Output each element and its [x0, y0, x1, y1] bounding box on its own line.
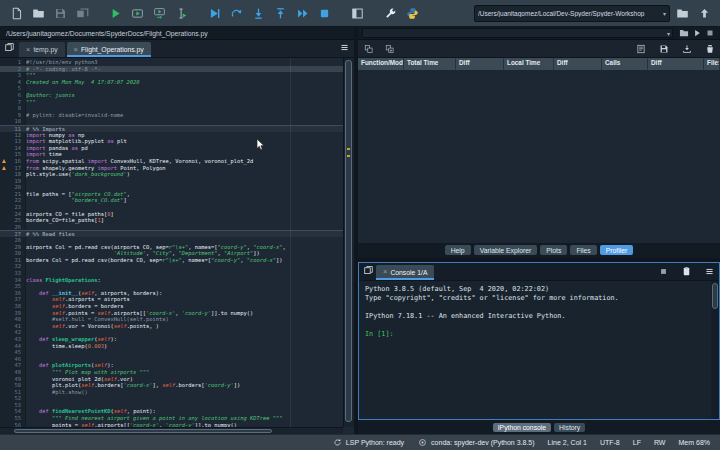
interrupt-kernel-icon[interactable]: [656, 264, 671, 278]
tab-variable-explorer[interactable]: Variable Explorer: [474, 245, 538, 255]
code-line: 53: [0, 402, 343, 409]
tab-plots[interactable]: Plots: [540, 245, 567, 255]
run-profiler-icon[interactable]: [690, 27, 703, 39]
status-label: LSP Python: ready: [346, 439, 404, 446]
line-number: 33: [0, 270, 26, 277]
collapse-one-level-icon[interactable]: [362, 43, 375, 55]
chevron-down-icon[interactable]: ▾: [663, 10, 666, 17]
profiler-header: Function/ModuTotal TimeDiffLocal TimeDif…: [358, 58, 720, 70]
load-data-icon[interactable]: [680, 43, 693, 55]
open-file-icon[interactable]: [28, 4, 48, 23]
console-tab[interactable]: × Console 1/A: [376, 265, 434, 280]
line-number: 30: [0, 250, 26, 257]
line-number: 21: [0, 191, 26, 198]
code-line: 27# %% Read files: [0, 230, 343, 237]
code-line: 3""": [0, 72, 343, 79]
code-line: 34class FlightOperations:: [0, 277, 343, 284]
tab-profiler[interactable]: Profiler: [600, 245, 634, 255]
console-tabbar: × Console 1/A: [359, 263, 719, 281]
line-number: 42: [0, 329, 26, 336]
tab-files[interactable]: Files: [570, 245, 596, 255]
show-output-icon[interactable]: [634, 43, 647, 55]
code-line: 1#!/usr/bin/env python3: [0, 59, 343, 66]
line-number: 6: [0, 92, 26, 99]
parent-directory-icon[interactable]: [694, 4, 714, 23]
preferences-icon[interactable]: [380, 4, 400, 23]
browse-tabs-icon[interactable]: [361, 264, 376, 278]
scrollbar-thumb[interactable]: [712, 283, 718, 309]
status-conda-spyder-dev-python-[interactable]: conda: spyder-dev (Python 3.8.5): [417, 437, 535, 448]
new-file-icon[interactable]: [6, 4, 26, 23]
open-directory-icon[interactable]: [672, 4, 692, 23]
editor-horizontal-scrollbar[interactable]: [0, 427, 343, 434]
console-scrollbar[interactable]: [711, 281, 719, 420]
profiler-column-header[interactable]: Total Time: [404, 58, 456, 70]
line-number: 47: [0, 362, 26, 369]
console-line: Type "copyright", "credits" or "license"…: [365, 294, 713, 303]
scrollbar-thumb[interactable]: [14, 429, 272, 433]
console-prompt[interactable]: In [1]:: [365, 330, 713, 339]
status-bar: LSP Python: readyconda: spyder-dev (Pyth…: [0, 434, 720, 450]
select-script-icon[interactable]: [677, 27, 690, 39]
code-line: 7""": [0, 99, 343, 106]
continue-execution-icon[interactable]: [292, 4, 312, 23]
line-number: 31: [0, 257, 26, 264]
run-current-line-icon[interactable]: [226, 4, 246, 23]
profiler-column-header[interactable]: Diff: [648, 58, 704, 70]
tab-ipython-console[interactable]: IPython console: [493, 423, 551, 432]
step-into-icon[interactable]: [248, 4, 268, 23]
code-line: 50 plt.plot(self.borders['coord-x'], sel…: [0, 382, 343, 389]
profiler-column-header[interactable]: Calls: [602, 58, 648, 70]
options-menu-icon[interactable]: [702, 264, 717, 278]
code-editor[interactable]: 1#!/usr/bin/env python32# -*- coding: ut…: [0, 58, 354, 434]
tab-help[interactable]: Help: [445, 245, 471, 255]
run-selection-icon[interactable]: [171, 4, 191, 23]
python-path-manager-icon[interactable]: [402, 4, 422, 23]
line-number: 36: [0, 290, 26, 297]
profiler-column-header[interactable]: Diff: [554, 58, 602, 70]
debug-toolbar-group: [204, 4, 334, 23]
close-icon[interactable]: ×: [383, 268, 387, 276]
editor-vertical-scrollbar[interactable]: [343, 58, 354, 427]
run-file-icon[interactable]: [105, 4, 125, 23]
save-file-icon[interactable]: [50, 4, 70, 23]
run-cell-and-advance-icon[interactable]: [149, 4, 169, 23]
clear-comparison-icon[interactable]: [703, 43, 716, 55]
expand-one-level-icon[interactable]: [383, 43, 396, 55]
editor-tab-Flight_Operations-py[interactable]: ×Flight_Operations.py: [67, 42, 151, 57]
chevron-down-icon[interactable]: ▾: [667, 30, 670, 37]
profiler-results-tree[interactable]: [358, 70, 720, 243]
debug-file-icon[interactable]: [204, 4, 224, 23]
scrollbar-thumb[interactable]: [345, 60, 352, 422]
line-number: 49: [0, 376, 26, 383]
save-all-icon[interactable]: [72, 4, 92, 23]
line-number: 26: [0, 224, 26, 231]
code-line: 29airports_Col = pd.read_csv(airports_CO…: [0, 244, 343, 251]
status-lsp-python-ready[interactable]: LSP Python: ready: [332, 437, 404, 448]
step-out-icon[interactable]: [270, 4, 290, 23]
editor-tab-temp-py[interactable]: ×temp.py: [19, 42, 65, 57]
run-cell-icon[interactable]: [127, 4, 147, 23]
profiler-column-header[interactable]: File:: [704, 58, 720, 70]
profiler-script-combo[interactable]: ▾: [362, 28, 673, 38]
close-icon[interactable]: ×: [26, 46, 30, 54]
working-directory-combo[interactable]: /Users/juanitagomez/Local/Dev-Spyder/Spy…: [474, 5, 670, 22]
line-number: 51: [0, 389, 26, 396]
save-data-icon[interactable]: [657, 43, 670, 55]
tab-history[interactable]: History: [554, 423, 585, 432]
code-line: 30 'Altitude', "City", "Department", "Ai…: [0, 250, 343, 257]
maximize-pane-icon[interactable]: [347, 4, 367, 23]
profiler-column-header[interactable]: Function/Modu: [358, 58, 404, 70]
inspect-object-icon[interactable]: [679, 264, 694, 278]
stop-debugging-icon[interactable]: [314, 4, 334, 23]
profiler-column-header[interactable]: Local Time: [504, 58, 554, 70]
options-menu-icon[interactable]: [337, 41, 352, 55]
close-icon[interactable]: ×: [74, 46, 78, 54]
ipython-console-output[interactable]: Python 3.8.5 (default, Sep 4 2020, 02:22…: [359, 281, 719, 420]
code-line: 18plt.style.use('dark_background'): [0, 171, 343, 178]
code-line: 16from scipy.spatial import ConvexHull, …: [0, 158, 343, 165]
stop-profiler-icon[interactable]: [703, 27, 716, 39]
profiler-column-header[interactable]: Diff: [456, 58, 504, 70]
browse-tabs-icon[interactable]: [2, 41, 17, 55]
tab-label: temp.py: [33, 46, 57, 53]
